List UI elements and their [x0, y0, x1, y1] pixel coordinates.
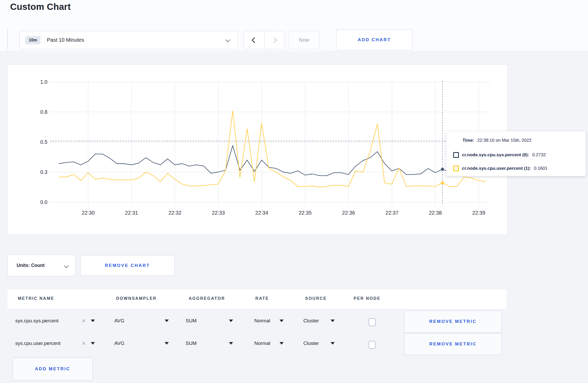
col-header-per-node: PER NODE — [354, 296, 381, 301]
svg-text:1.0: 1.0 — [40, 79, 47, 85]
tooltip-series-value: 0.1601 — [534, 166, 547, 171]
series-swatch-icon — [453, 166, 459, 171]
downsampler-caret-icon[interactable] — [165, 342, 169, 345]
svg-text:22:36: 22:36 — [342, 210, 355, 216]
units-label: Units: Count — [17, 263, 45, 268]
rate-caret-icon[interactable] — [279, 320, 284, 322]
time-range-label: Past 10 Minutes — [47, 37, 84, 43]
metric-row: sys.cpu.user.percent ✕ AVG SUM Normal Cl… — [8, 333, 506, 356]
aggregator-value[interactable]: SUM — [186, 341, 197, 346]
chart-tooltip: Time:22:38:10 on Mar 15th, 2022 cr.node.… — [446, 131, 586, 176]
col-header-source: SOURCE — [305, 296, 327, 301]
col-header-metric-name: METRIC NAME — [18, 296, 54, 301]
aggregator-caret-icon[interactable] — [229, 320, 233, 322]
time-nav-group — [244, 31, 285, 49]
per-node-checkbox[interactable] — [369, 318, 376, 326]
downsampler-caret-icon[interactable] — [165, 320, 169, 322]
downsampler-value[interactable]: AVG — [114, 341, 124, 346]
source-value[interactable]: Cluster — [303, 341, 319, 346]
remove-metric-button[interactable]: REMOVE METRIC — [404, 311, 502, 332]
add-chart-button[interactable]: ADD CHART — [336, 29, 412, 50]
col-header-downsampler: DOWNSAMPLER — [116, 296, 157, 301]
source-caret-icon[interactable] — [331, 320, 335, 322]
tooltip-series-name: cr.node.sys.cpu.user.percent (1): — [462, 166, 531, 171]
tooltip-series-value: 0.2732 — [532, 152, 546, 158]
chevron-right-icon — [271, 37, 277, 43]
downsampler-value[interactable]: AVG — [114, 318, 124, 324]
svg-text:22:32: 22:32 — [169, 210, 181, 216]
clear-metric-icon[interactable]: ✕ — [82, 341, 86, 346]
time-range-select[interactable]: 10m Past 10 Minutes — [19, 31, 237, 49]
svg-text:0.0: 0.0 — [40, 199, 47, 205]
metric-dropdown-caret-icon[interactable] — [91, 342, 95, 345]
clear-metric-icon[interactable]: ✕ — [82, 318, 86, 324]
svg-text:0.5: 0.5 — [40, 139, 47, 145]
custom-chart-page: Custom Chart 10m Past 10 Minutes Now ADD… — [0, 0, 588, 383]
rate-value[interactable]: Normal — [254, 341, 270, 346]
tooltip-series-row: cr.node.sys.cpu.sys.percent (0): 0.2732 — [453, 152, 546, 158]
page-title: Custom Chart — [10, 2, 71, 12]
source-value[interactable]: Cluster — [303, 318, 319, 324]
metrics-table-header: METRIC NAME DOWNSAMPLER AGGREGATOR RATE … — [8, 289, 506, 309]
source-caret-icon[interactable] — [331, 342, 335, 345]
svg-text:22:35: 22:35 — [299, 210, 312, 216]
tooltip-time: Time:22:38:10 on Mar 15th, 2022 — [463, 138, 531, 143]
chevron-down-icon — [64, 263, 68, 268]
add-metric-button[interactable]: ADD METRIC — [13, 358, 93, 380]
tooltip-time-value: 22:38:10 on Mar 15th, 2022 — [477, 138, 531, 143]
tooltip-series-row: cr.node.sys.cpu.user.percent (1): 0.1601 — [453, 166, 547, 171]
col-header-rate: RATE — [255, 296, 269, 301]
svg-text:22:31: 22:31 — [125, 210, 138, 216]
tooltip-time-label: Time: — [463, 138, 474, 143]
svg-text:0.8: 0.8 — [40, 109, 47, 115]
line-chart[interactable]: 0.00.30.50.81.022:3022:3122:3222:3322:34… — [8, 65, 507, 235]
metric-row: sys.cpu.sys.percent ✕ AVG SUM Normal Clu… — [8, 311, 506, 333]
svg-text:22:34: 22:34 — [255, 210, 268, 216]
tooltip-series-name: cr.node.sys.cpu.sys.percent (0): — [462, 152, 529, 158]
remove-chart-button[interactable]: REMOVE CHART — [80, 255, 174, 276]
units-select[interactable]: Units: Count — [8, 254, 75, 276]
aggregator-value[interactable]: SUM — [186, 318, 197, 324]
svg-text:0.3: 0.3 — [40, 169, 47, 175]
col-header-aggregator: AGGREGATOR — [189, 296, 225, 301]
time-range-badge: 10m — [25, 36, 40, 44]
series-swatch-icon — [453, 152, 459, 158]
svg-text:22:38: 22:38 — [429, 210, 442, 216]
aggregator-caret-icon[interactable] — [229, 342, 233, 345]
toolbar-left-divider — [7, 29, 8, 49]
now-button[interactable]: Now — [289, 31, 319, 49]
chart-card: 0.00.30.50.81.022:3022:3122:3222:3322:34… — [8, 65, 508, 235]
svg-text:22:39: 22:39 — [472, 210, 485, 216]
metric-dropdown-caret-icon[interactable] — [91, 320, 95, 322]
chevron-down-icon — [225, 37, 230, 42]
rate-value[interactable]: Normal — [254, 318, 270, 324]
metric-name-value[interactable]: sys.cpu.sys.percent — [15, 318, 59, 324]
svg-text:22:37: 22:37 — [386, 210, 398, 216]
rate-caret-icon[interactable] — [279, 342, 284, 345]
metric-name-value[interactable]: sys.cpu.user.percent — [15, 341, 60, 346]
svg-text:22:33: 22:33 — [212, 210, 225, 216]
time-prev-button[interactable] — [244, 31, 264, 49]
svg-text:22:30: 22:30 — [82, 210, 95, 216]
time-next-button[interactable] — [264, 31, 285, 49]
chevron-left-icon — [252, 37, 258, 43]
remove-metric-button[interactable]: REMOVE METRIC — [404, 333, 502, 355]
per-node-checkbox[interactable] — [369, 341, 376, 349]
